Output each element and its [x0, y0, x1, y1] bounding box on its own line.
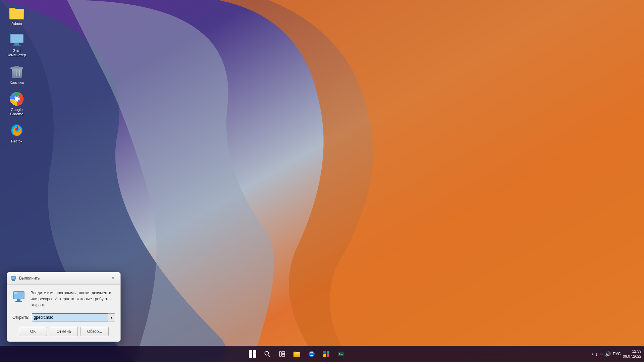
svg-rect-6: [11, 35, 23, 43]
firefox-label: Firefox: [11, 139, 22, 143]
terminal-icon: [338, 351, 344, 357]
svg-line-32: [268, 355, 270, 356]
edge-icon: [308, 351, 315, 357]
run-dialog-open-row: Открыть: ▾: [12, 313, 115, 321]
computer-icon: [9, 33, 24, 47]
svg-rect-30: [14, 292, 17, 294]
run-dialog-close-button[interactable]: ×: [110, 275, 116, 282]
taskbar-search-button[interactable]: [261, 347, 274, 361]
taskbar-clock[interactable]: 12:39 06.07.2022: [623, 349, 641, 359]
chrome-label: Google Chrome: [5, 108, 28, 116]
desktop-icon-recycle[interactable]: Корзина: [3, 62, 30, 87]
run-cancel-button[interactable]: Отмена: [50, 327, 78, 336]
taskbar-system-tray: ∧ ↓ ▭ 🔊 РУС 12:39 06.07.2022: [591, 349, 641, 359]
win-logo-quad-1: [249, 350, 252, 354]
svg-rect-4: [10, 9, 23, 19]
svg-rect-25: [12, 280, 15, 281]
taskbar-edge-button[interactable]: [305, 347, 318, 361]
svg-rect-24: [12, 280, 14, 280]
run-dialog-title-left: Выполнить: [11, 276, 40, 281]
run-dialog-titlebar: Выполнить ×: [7, 272, 120, 285]
svg-rect-43: [327, 354, 329, 357]
svg-rect-35: [282, 354, 285, 356]
firefox-icon: [9, 123, 24, 138]
svg-rect-40: [323, 351, 326, 354]
svg-point-19: [15, 97, 19, 101]
clock-date: 06.07.2022: [623, 354, 641, 359]
svg-rect-33: [279, 352, 281, 356]
recycle-label: Корзина: [10, 80, 24, 85]
run-dialog-title-label: Выполнить: [19, 276, 40, 281]
svg-rect-12: [14, 66, 19, 68]
admin-label: Admin: [11, 21, 22, 26]
svg-rect-44: [338, 352, 344, 356]
win-logo-quad-4: [253, 354, 256, 358]
taskbar-center-items: [3, 347, 591, 361]
tray-sound-icon[interactable]: 🔊: [605, 351, 611, 357]
computer-label: Этот компьютер: [5, 49, 28, 57]
desktop-icon-admin[interactable]: Admin: [3, 3, 30, 28]
taskview-icon: [279, 351, 285, 357]
svg-rect-7: [14, 43, 19, 45]
run-dialog-body: Введите имя программы, папки, документа …: [7, 285, 120, 342]
desktop: Admin Этот компьютер: [0, 0, 644, 362]
windows-logo-icon: [249, 350, 256, 358]
svg-rect-42: [323, 354, 326, 357]
admin-folder-icon: [9, 5, 24, 20]
svg-rect-28: [17, 299, 20, 301]
run-dialog: Выполнить × Введите имя програм: [7, 272, 121, 342]
svg-rect-23: [11, 277, 15, 279]
desktop-icon-computer[interactable]: Этот компьютер: [3, 31, 30, 59]
run-browse-button[interactable]: Обзор...: [80, 327, 109, 336]
desktop-icon-chrome[interactable]: Google Chrome: [3, 89, 30, 118]
chrome-icon: [9, 92, 24, 106]
search-icon: [264, 351, 270, 357]
run-dialog-title-icon: [11, 276, 16, 281]
run-ok-button[interactable]: ОК: [19, 327, 47, 336]
svg-rect-8: [13, 45, 21, 46]
explorer-icon: [293, 351, 300, 357]
tray-download-icon[interactable]: ↓: [595, 351, 598, 357]
taskbar-explorer-button[interactable]: [290, 347, 304, 361]
system-tray-icons: ∧ ↓ ▭ 🔊 РУС: [591, 351, 621, 357]
tray-chevron-icon[interactable]: ∧: [591, 352, 593, 356]
taskbar-store-button[interactable]: [320, 347, 333, 361]
tray-display-icon[interactable]: ▭: [600, 352, 603, 356]
svg-rect-38: [293, 352, 296, 353]
run-dialog-content: Введите имя программы, папки, документа …: [12, 290, 115, 308]
run-dropdown-button[interactable]: ▾: [108, 313, 115, 321]
svg-rect-41: [327, 351, 329, 354]
run-input-wrapper: ▾: [32, 313, 115, 321]
start-button[interactable]: [246, 347, 259, 361]
win-logo-quad-2: [253, 350, 256, 354]
tray-language-label[interactable]: РУС: [613, 352, 621, 356]
svg-rect-29: [15, 301, 22, 302]
desktop-icon-firefox[interactable]: Firefox: [3, 121, 30, 145]
run-dialog-buttons: ОК Отмена Обзор...: [12, 327, 115, 336]
run-dialog-description-text: Введите имя программы, папки, документа …: [31, 290, 115, 308]
run-dialog-pc-icon: [12, 290, 26, 304]
taskbar-taskview-button[interactable]: [275, 347, 289, 361]
taskbar-terminal-button[interactable]: [334, 347, 348, 361]
taskbar: ∧ ↓ ▭ 🔊 РУС 12:39 06.07.2022: [0, 346, 644, 362]
run-input-field[interactable]: [32, 313, 115, 321]
win-logo-quad-3: [249, 354, 252, 358]
run-open-label: Открыть:: [12, 315, 29, 320]
desktop-icons-container: Admin Этот компьютер: [3, 3, 30, 145]
recycle-icon: [9, 64, 24, 79]
store-icon: [323, 351, 330, 357]
svg-rect-34: [282, 352, 285, 354]
clock-time: 12:39: [632, 349, 641, 354]
